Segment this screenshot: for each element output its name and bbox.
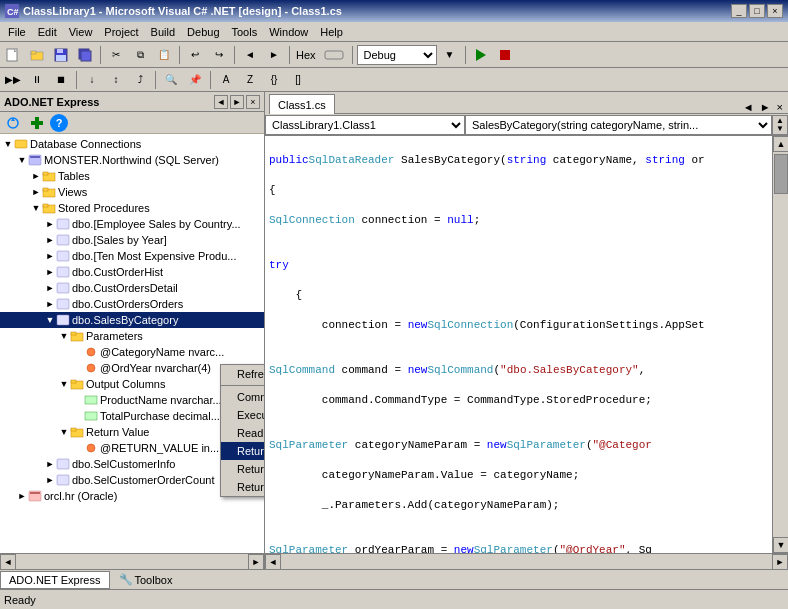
menu-tools[interactable]: Tools <box>226 24 264 40</box>
ctx-refresh[interactable]: Refresh <box>221 365 264 383</box>
vscroll-thumb[interactable] <box>774 154 788 194</box>
tab-nav-close[interactable]: × <box>774 101 786 113</box>
close-btn[interactable]: × <box>767 4 783 18</box>
menu-debug[interactable]: Debug <box>181 24 225 40</box>
tree-item-sp3[interactable]: ► dbo.[Ten Most Expensive Produ... <box>0 248 264 264</box>
tb2-btn2[interactable]: ⏸ <box>26 70 48 90</box>
expand-icon[interactable]: ► <box>44 282 56 294</box>
tb2-btn3[interactable]: ⏹ <box>50 70 72 90</box>
expand-icon[interactable]: ► <box>30 186 42 198</box>
tb2-btn6[interactable]: ⤴ <box>129 70 151 90</box>
ctx-return-one-value[interactable]: Return one value <box>221 478 264 496</box>
config-btn[interactable]: ▼ <box>439 45 461 65</box>
menu-window[interactable]: Window <box>263 24 314 40</box>
expand-icon[interactable]: ▼ <box>58 426 70 438</box>
tree-view[interactable]: ▼ Database Connections ▼ MONSTER.Northwi… <box>0 134 264 553</box>
vscroll-down[interactable]: ▼ <box>773 537 788 553</box>
ctx-execute-non-query[interactable]: Execute non-query <box>221 406 264 424</box>
vscroll-track[interactable] <box>773 152 788 537</box>
tree-item-params[interactable]: ▼ Parameters <box>0 328 264 344</box>
tree-item-sales-by-cat[interactable]: ▼ dbo.SalesByCategory <box>0 312 264 328</box>
tb2-btn7[interactable]: 🔍 <box>160 70 182 90</box>
tree-item-views[interactable]: ► Views <box>0 184 264 200</box>
tb2-btn8[interactable]: 📌 <box>184 70 206 90</box>
expand-icon[interactable]: ► <box>44 266 56 278</box>
expand-icon[interactable]: ► <box>16 490 28 502</box>
hscroll-right[interactable]: ► <box>772 554 788 570</box>
tb2-btn4[interactable]: ↓ <box>81 70 103 90</box>
hscroll-left[interactable]: ◄ <box>265 554 281 570</box>
hex-btn[interactable] <box>320 45 348 65</box>
expand-icon[interactable]: ▼ <box>30 202 42 214</box>
tb2-btn11[interactable]: {} <box>263 70 285 90</box>
ctx-return-datatable[interactable]: Return DataTable <box>221 460 264 478</box>
menu-file[interactable]: File <box>2 24 32 40</box>
add-connection-btn[interactable] <box>26 113 48 133</box>
tree-item-sp5[interactable]: ► dbo.CustOrdersDetail <box>0 280 264 296</box>
help-btn[interactable]: ? <box>50 114 68 132</box>
method-combo[interactable]: SalesByCategory(string categoryName, str… <box>465 115 772 135</box>
minimize-btn[interactable]: _ <box>731 4 747 18</box>
footer-tab-ado[interactable]: ADO.NET Express <box>0 571 110 589</box>
ctx-command-with-params[interactable]: Command with parameters <box>221 388 264 406</box>
expand-icon[interactable]: ► <box>44 218 56 230</box>
panel-nav-right[interactable]: ► <box>230 95 244 109</box>
tree-item-stored-procs[interactable]: ▼ Stored Procedures <box>0 200 264 216</box>
menu-edit[interactable]: Edit <box>32 24 63 40</box>
expand-icon[interactable]: ► <box>44 234 56 246</box>
expand-icon[interactable]: ▼ <box>16 154 28 166</box>
nav-fwd-btn[interactable]: ► <box>263 45 285 65</box>
expand-icon[interactable]: ► <box>44 298 56 310</box>
panel-close[interactable]: × <box>246 95 260 109</box>
tree-item-param1[interactable]: @CategoryName nvarc... <box>0 344 264 360</box>
panel-nav-left[interactable]: ◄ <box>214 95 228 109</box>
ctx-return-datareader[interactable]: Return DataReader <box>221 442 264 460</box>
copy-btn[interactable]: ⧉ <box>129 45 151 65</box>
hscroll-left[interactable]: ◄ <box>0 554 16 569</box>
expand-icon[interactable]: ► <box>44 458 56 470</box>
tree-item-sp1[interactable]: ► dbo.[Employee Sales by Country... <box>0 216 264 232</box>
tree-item-sp6[interactable]: ► dbo.CustOrdersOrders <box>0 296 264 312</box>
menu-project[interactable]: Project <box>98 24 144 40</box>
redo-btn[interactable]: ↪ <box>208 45 230 65</box>
tb2-btn1[interactable]: ▶▶ <box>2 70 24 90</box>
debug-combo[interactable]: Debug <box>357 45 437 65</box>
tb2-btn5[interactable]: ↕ <box>105 70 127 90</box>
tree-item-db-connections[interactable]: ▼ Database Connections <box>0 136 264 152</box>
tree-item-tables[interactable]: ► Tables <box>0 168 264 184</box>
stop-btn[interactable] <box>494 45 516 65</box>
tree-item-monster[interactable]: ▼ MONSTER.Northwind (SQL Server) <box>0 152 264 168</box>
code-nav-scroll[interactable]: ▲ ▼ <box>772 115 788 135</box>
open-btn[interactable] <box>26 45 48 65</box>
run-btn[interactable] <box>470 45 492 65</box>
class-combo[interactable]: ClassLibrary1.Class1 <box>265 115 465 135</box>
footer-tab-toolbox[interactable]: 🔧 Toolbox <box>110 571 182 589</box>
paste-btn[interactable]: 📋 <box>153 45 175 65</box>
save-all-btn[interactable] <box>74 45 96 65</box>
tree-item-sp2[interactable]: ► dbo.[Sales by Year] <box>0 232 264 248</box>
menu-build[interactable]: Build <box>145 24 181 40</box>
expand-icon[interactable]: ▼ <box>2 138 14 150</box>
expand-icon[interactable]: ► <box>30 170 42 182</box>
expand-icon[interactable]: ► <box>44 474 56 486</box>
tab-nav-right[interactable]: ► <box>757 101 774 113</box>
tab-nav-left[interactable]: ◄ <box>740 101 757 113</box>
menu-view[interactable]: View <box>63 24 99 40</box>
expand-icon[interactable]: ▼ <box>44 314 56 326</box>
tree-item-sp4[interactable]: ► dbo.CustOrderHist <box>0 264 264 280</box>
vscroll-up[interactable]: ▲ <box>773 136 788 152</box>
expand-icon[interactable]: ▼ <box>58 330 70 342</box>
menu-help[interactable]: Help <box>314 24 349 40</box>
new-btn[interactable] <box>2 45 24 65</box>
ctx-read-data[interactable]: Read data using DataReader <box>221 424 264 442</box>
code-vscrollbar[interactable]: ▲ ▼ <box>772 136 788 553</box>
expand-icon[interactable]: ▼ <box>58 378 70 390</box>
nav-back-btn[interactable]: ◄ <box>239 45 261 65</box>
save-btn[interactable] <box>50 45 72 65</box>
refresh-connections-btn[interactable] <box>2 113 24 133</box>
tb2-btn9[interactable]: A <box>215 70 237 90</box>
tb2-btn10[interactable]: Z <box>239 70 261 90</box>
class1-tab[interactable]: Class1.cs <box>269 94 335 114</box>
maximize-btn[interactable]: □ <box>749 4 765 18</box>
tb2-btn12[interactable]: [] <box>287 70 309 90</box>
